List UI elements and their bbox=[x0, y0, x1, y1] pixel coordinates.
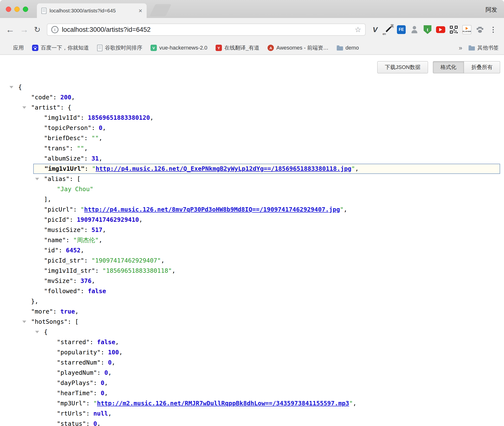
json-number-value: 517 bbox=[92, 226, 102, 233]
profile-extension-icon[interactable] bbox=[409, 25, 420, 35]
tab-close-icon[interactable]: × bbox=[139, 8, 142, 14]
json-line: "popularity": 100, bbox=[0, 347, 504, 358]
json-key: "starredNum" bbox=[57, 359, 101, 366]
json-line: "img1v1Id_str": "18569651883380118", bbox=[0, 266, 504, 276]
collapse-all-button[interactable]: 折叠所有 bbox=[464, 61, 500, 73]
bookmark-label: 百度一下，你就知道 bbox=[41, 44, 89, 51]
bookmarks-bar: 应用百度一下，你就知道谷歌按时间排序Vvue-hackernews-2.0Y在线… bbox=[0, 41, 504, 55]
paw-icon bbox=[476, 25, 484, 34]
json-url-link[interactable]: http://m2.music.126.net/RMJR7wDullRqppBk… bbox=[97, 400, 349, 407]
collapse-triangle-icon[interactable] bbox=[35, 178, 39, 180]
bookmark-item[interactable]: Y在线翻译_有道 bbox=[216, 44, 259, 51]
json-punctuation: { bbox=[44, 328, 48, 335]
json-line: "img1v1Id": 18569651883380120, bbox=[0, 113, 504, 123]
json-punctuation: : [ bbox=[68, 318, 79, 325]
json-punctuation: : bbox=[73, 277, 80, 284]
json-line: "hotSongs": [ bbox=[0, 317, 504, 327]
json-line: "starred": false, bbox=[0, 337, 504, 347]
json-punctuation: : bbox=[84, 226, 92, 233]
bookmark-item[interactable]: demo bbox=[337, 45, 359, 51]
json-string-value: "Jay Chou" bbox=[57, 186, 93, 193]
json-key: "popularity" bbox=[57, 349, 101, 356]
json-punctuation: : bbox=[81, 288, 88, 295]
back-icon[interactable]: ← bbox=[6, 25, 15, 34]
bookmarks-items: 应用百度一下，你就知道谷歌按时间排序Vvue-hackernews-2.0Y在线… bbox=[5, 44, 459, 51]
collapse-triangle-icon[interactable] bbox=[9, 86, 13, 88]
json-punctuation: , bbox=[84, 145, 88, 152]
json-number-value: 376 bbox=[81, 277, 92, 284]
json-line: "code": 200, bbox=[0, 92, 504, 102]
bookmark-item[interactable]: Vvue-hackernews-2.0 bbox=[151, 45, 207, 51]
bookmark-item[interactable]: AAwesomes - 前端资… bbox=[268, 44, 328, 51]
collapse-triangle-icon[interactable] bbox=[22, 106, 26, 109]
qrcode-extension-icon[interactable] bbox=[449, 25, 459, 35]
bookmark-label: Awesomes - 前端资… bbox=[276, 44, 328, 51]
bookmark-star-icon[interactable]: ☆ bbox=[355, 26, 361, 33]
json-string-value: "周杰伦" bbox=[73, 237, 99, 244]
json-key: "starred" bbox=[57, 339, 90, 346]
json-key: "trans" bbox=[44, 145, 69, 152]
json-punctuation: : bbox=[84, 257, 92, 264]
collapse-triangle-icon[interactable] bbox=[22, 321, 26, 323]
view-mode-segment: 格式化 折叠所有 bbox=[433, 61, 500, 73]
player-extension-icon[interactable]: PLAYER bbox=[462, 25, 472, 35]
json-line: { bbox=[0, 82, 504, 92]
v-icon: V bbox=[373, 26, 378, 34]
json-punctuation: , bbox=[99, 155, 102, 162]
minimize-window-button[interactable] bbox=[14, 7, 20, 12]
json-string-value: "" bbox=[77, 145, 84, 152]
youtube-extension-icon[interactable] bbox=[436, 25, 446, 35]
profile-name[interactable]: 阿发 bbox=[486, 6, 497, 14]
address-bar[interactable]: i localhost:3000/artists?id=6452 ☆ bbox=[47, 24, 366, 36]
json-key: "status" bbox=[57, 420, 86, 426]
youtube-icon bbox=[436, 26, 445, 33]
json-key: "name" bbox=[44, 237, 66, 244]
json-literal-value: null bbox=[93, 410, 108, 417]
json-punctuation: , bbox=[99, 135, 102, 142]
json-punctuation: : bbox=[84, 135, 92, 142]
json-punctuation: : bbox=[73, 206, 80, 213]
bookmark-item[interactable]: 应用 bbox=[5, 44, 24, 51]
json-line: "musicSize": 517, bbox=[0, 225, 504, 235]
browser-tab[interactable]: localhost:3000/artists?id=645 × bbox=[37, 3, 147, 18]
json-number-value: 100 bbox=[108, 349, 119, 356]
json-punctuation: : bbox=[86, 420, 93, 426]
json-line: "trans": "", bbox=[0, 143, 504, 153]
zoom-window-button[interactable] bbox=[23, 7, 28, 12]
download-json-button[interactable]: 下载JSON数据 bbox=[377, 61, 428, 73]
other-bookmarks-folder[interactable]: 其他书签 bbox=[469, 44, 499, 51]
json-punctuation: , bbox=[344, 206, 347, 213]
json-punctuation: : { bbox=[60, 104, 71, 111]
json-punctuation: : bbox=[101, 359, 108, 366]
fe-extension-icon[interactable]: FE bbox=[396, 25, 406, 35]
json-punctuation: : bbox=[93, 390, 101, 397]
translate-extension-icon[interactable]: 英 en bbox=[383, 25, 393, 35]
bookmark-item[interactable]: 谷歌按时间排序 bbox=[97, 44, 142, 51]
json-line: "playedNum": 0, bbox=[0, 368, 504, 378]
json-punctuation: : bbox=[66, 237, 73, 244]
new-tab-button[interactable] bbox=[150, 4, 171, 16]
vimium-extension-icon[interactable]: V bbox=[370, 25, 380, 35]
bookmarks-overflow-icon[interactable]: » bbox=[459, 44, 462, 52]
close-window-button[interactable] bbox=[6, 7, 11, 12]
bookmark-item[interactable]: 百度一下，你就知道 bbox=[32, 44, 89, 51]
reload-icon[interactable]: ↻ bbox=[34, 26, 41, 34]
json-line: }, bbox=[0, 296, 504, 307]
json-punctuation: , bbox=[102, 124, 106, 131]
collapse-triangle-icon[interactable] bbox=[35, 331, 39, 333]
shield-extension-icon[interactable]: t bbox=[422, 25, 433, 35]
json-url-link[interactable]: http://p4.music.126.net/Q_ExePNkmgB2yWyL… bbox=[96, 165, 352, 172]
json-string-value: " bbox=[92, 165, 96, 172]
json-line: "hearTime": 0, bbox=[0, 388, 504, 398]
site-info-icon[interactable]: i bbox=[51, 26, 59, 33]
browser-menu-icon[interactable] bbox=[488, 25, 498, 35]
bookmark-label: 谷歌按时间排序 bbox=[105, 44, 142, 51]
json-key: "picUrl" bbox=[44, 206, 73, 213]
json-url-link[interactable]: http://p4.music.126.net/8mv7qP30Pd3oHW8b… bbox=[84, 206, 340, 213]
youdao-icon: Y bbox=[216, 45, 222, 51]
person-icon bbox=[410, 25, 419, 34]
json-number-value: 0 bbox=[93, 420, 97, 426]
paw-extension-icon[interactable] bbox=[475, 25, 485, 35]
json-number-value: 0 bbox=[104, 369, 108, 376]
format-button[interactable]: 格式化 bbox=[433, 61, 464, 73]
